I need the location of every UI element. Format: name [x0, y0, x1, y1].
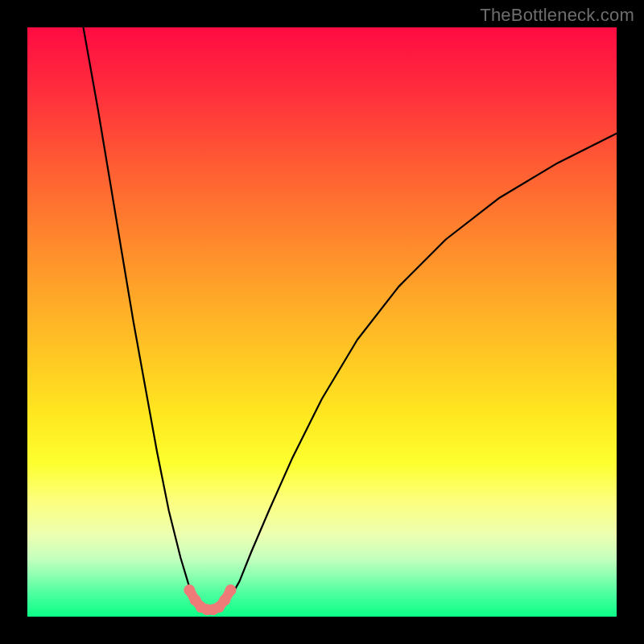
trough-dot [225, 584, 237, 596]
trough-highlight-dots [184, 584, 236, 615]
trough-dot [219, 595, 230, 606]
chart-frame: TheBottleneck.com [0, 0, 644, 644]
curve-right-branch [228, 134, 617, 602]
plot-area [27, 27, 617, 617]
watermark-text: TheBottleneck.com [480, 5, 634, 26]
chart-svg [27, 27, 617, 617]
trough-dot [184, 584, 195, 596]
curve-left-branch [84, 27, 196, 602]
